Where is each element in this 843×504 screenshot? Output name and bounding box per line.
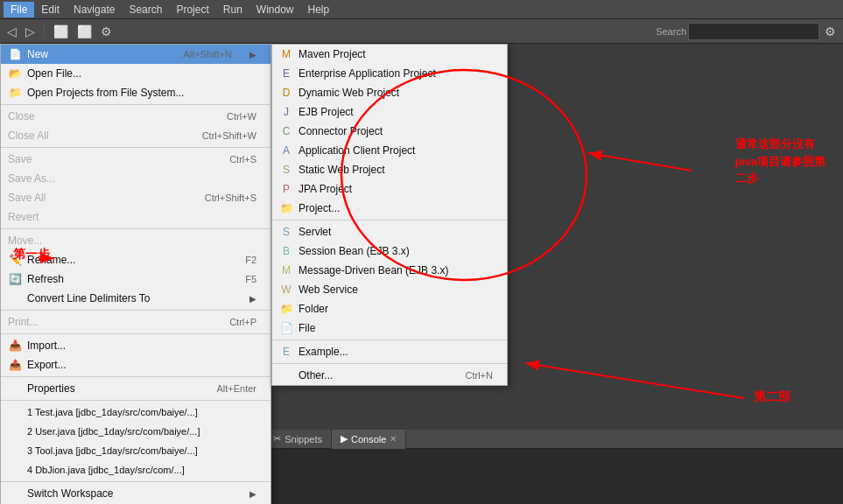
search-label: Search xyxy=(656,26,686,37)
submenu-sep-1 xyxy=(272,220,507,220)
submenu-web-service[interactable]: W Web Service xyxy=(272,280,507,299)
menu-file[interactable]: File xyxy=(4,2,34,18)
toolbar-btn3[interactable]: ⚙ xyxy=(97,23,116,40)
toolbar-forward[interactable]: ▷ xyxy=(22,23,39,40)
new-arrow: ▶ xyxy=(249,50,256,60)
separator-4 xyxy=(1,310,270,311)
toolbar-btn2[interactable]: ⬜ xyxy=(74,23,95,40)
static-web-icon: S xyxy=(279,163,293,177)
menu-help[interactable]: Help xyxy=(301,2,337,18)
submenu-app-client[interactable]: A Application Client Project xyxy=(272,141,507,160)
submenu-static-web[interactable]: S Static Web Project xyxy=(272,160,507,179)
submenu-ejb[interactable]: J EJB Project xyxy=(272,102,507,122)
toolbar-back[interactable]: ◁ xyxy=(4,23,20,40)
recent-1[interactable]: 1 Test.java [jdbc_1day/src/com/baiye/...… xyxy=(1,402,270,422)
recent-2[interactable]: 2 User.java [jdbc_1day/src/com/baiye/...… xyxy=(1,422,270,441)
ejb-icon: J xyxy=(279,105,293,119)
submenu-sep-3 xyxy=(272,363,507,364)
submenu-jpa[interactable]: P JPA Project xyxy=(272,179,507,199)
new-submenu: M Maven Project E Enterprise Application… xyxy=(271,44,508,386)
file-menu-dropdown: 📄 New Alt+Shift+N ▶ 📂 Open File... 📁 Ope… xyxy=(0,44,271,504)
tab-console[interactable]: ▶ Console ✕ xyxy=(332,430,406,449)
menu-close: Close Ctrl+W xyxy=(1,107,270,126)
toolbar-btn1[interactable]: ⬜ xyxy=(50,23,72,40)
separator-2 xyxy=(1,147,270,148)
toolbar: ◁ ▷ ⬜ ⬜ ⚙ Search ⚙ xyxy=(0,19,843,44)
submenu-mdb[interactable]: M Message-Driven Bean (EJB 3.x) xyxy=(272,261,507,280)
separator-3 xyxy=(1,228,270,229)
file-icon: 📄 xyxy=(279,321,293,335)
recent-4-icon xyxy=(8,463,22,477)
menu-bar: File Edit Navigate Search Project Run Wi… xyxy=(0,0,843,19)
tab-snippets[interactable]: ✂ Snippets xyxy=(264,430,332,449)
menu-convert-line[interactable]: Convert Line Delimiters To ▶ xyxy=(1,289,270,308)
switch-workspace-arrow: ▶ xyxy=(249,489,256,499)
right-panel xyxy=(508,44,843,430)
menu-refresh[interactable]: 🔄 Refresh F5 xyxy=(1,270,270,289)
menu-import[interactable]: 📥 Import... xyxy=(1,336,270,355)
enterprise-icon: E xyxy=(279,66,293,80)
console-close-icon[interactable]: ✕ xyxy=(390,434,397,444)
note-text: 通常这部分没有java项目请参照第二步 xyxy=(735,136,825,187)
menu-project[interactable]: Project xyxy=(169,2,215,18)
recent-2-icon xyxy=(8,424,22,438)
import-icon: 📥 xyxy=(8,339,22,353)
recent-3[interactable]: 3 Tool.java [jdbc_1day/src/com/baiye/...… xyxy=(1,441,270,460)
submenu-maven[interactable]: M Maven Project xyxy=(272,45,507,64)
search-input[interactable] xyxy=(688,23,819,40)
step1-label: 第一步 xyxy=(13,247,50,262)
menu-save-all: Save All Ctrl+Shift+S xyxy=(1,188,270,207)
web-service-icon: W xyxy=(279,283,293,297)
separator-6 xyxy=(1,376,270,377)
menu-edit[interactable]: Edit xyxy=(34,2,67,18)
menu-close-all: Close All Ctrl+Shift+W xyxy=(1,126,270,145)
menu-switch-workspace[interactable]: Switch Workspace ▶ xyxy=(1,484,270,503)
menu-search[interactable]: Search xyxy=(122,2,169,18)
submenu-project[interactable]: 📁 Project... xyxy=(272,199,507,218)
other-shortcut: Ctrl+N xyxy=(466,370,493,381)
submenu-other[interactable]: Other... Ctrl+N xyxy=(272,366,507,385)
menu-navigate[interactable]: Navigate xyxy=(67,2,122,18)
submenu-folder[interactable]: 📁 Folder xyxy=(272,299,507,318)
menu-open-projects[interactable]: 📁 Open Projects from File System... xyxy=(1,83,270,102)
submenu-session-bean[interactable]: B Session Bean (EJB 3.x) xyxy=(272,242,507,261)
open-projects-icon: 📁 xyxy=(8,86,22,100)
switch-workspace-icon xyxy=(8,486,22,500)
submenu-dynamic-web[interactable]: D Dynamic Web Project xyxy=(272,83,507,102)
submenu-connector[interactable]: C Connector Project xyxy=(272,122,507,141)
menu-export[interactable]: 📤 Export... xyxy=(1,355,270,374)
submenu-enterprise[interactable]: E Enterprise Application Project xyxy=(272,64,507,83)
open-file-icon: 📂 xyxy=(8,66,22,80)
menu-window[interactable]: Window xyxy=(249,2,301,18)
refresh-icon: 🔄 xyxy=(8,272,22,286)
dynamic-web-icon: D xyxy=(279,86,293,100)
toolbar-settings[interactable]: ⚙ xyxy=(821,23,839,40)
submenu-servlet[interactable]: S Servlet xyxy=(272,222,507,242)
jpa-icon: P xyxy=(279,182,293,196)
menu-print: Print... Ctrl+P xyxy=(1,312,270,332)
menu-properties[interactable]: Properties Alt+Enter xyxy=(1,379,270,398)
menu-save: Save Ctrl+S xyxy=(1,150,270,169)
separator-8 xyxy=(1,481,270,482)
submenu-file[interactable]: 📄 File xyxy=(272,318,507,338)
recent-3-icon xyxy=(8,444,22,458)
convert-arrow: ▶ xyxy=(249,294,256,304)
new-shortcut: Alt+Shift+N xyxy=(183,49,232,60)
submenu-example[interactable]: E Example... xyxy=(272,342,507,361)
step2-label: 第二部 xyxy=(754,389,790,405)
app-client-icon: A xyxy=(279,144,293,158)
project-icon: 📁 xyxy=(279,201,293,215)
menu-open-file[interactable]: 📂 Open File... xyxy=(1,64,270,83)
separator-7 xyxy=(1,400,270,401)
export-icon: 📤 xyxy=(8,358,22,372)
menu-save-as: Save As... xyxy=(1,169,270,188)
console-tab-icon: ▶ xyxy=(341,433,348,444)
new-icon: 📄 xyxy=(8,47,22,61)
session-bean-icon: B xyxy=(279,244,293,258)
menu-run[interactable]: Run xyxy=(216,2,249,18)
recent-4[interactable]: 4 DbJion.java [jdbc_1day/src/com/...] xyxy=(1,460,270,480)
recent-1-icon xyxy=(8,405,22,419)
maven-icon: M xyxy=(279,47,293,61)
menu-new[interactable]: 📄 New Alt+Shift+N ▶ xyxy=(1,45,270,64)
folder-icon: 📁 xyxy=(279,302,293,316)
